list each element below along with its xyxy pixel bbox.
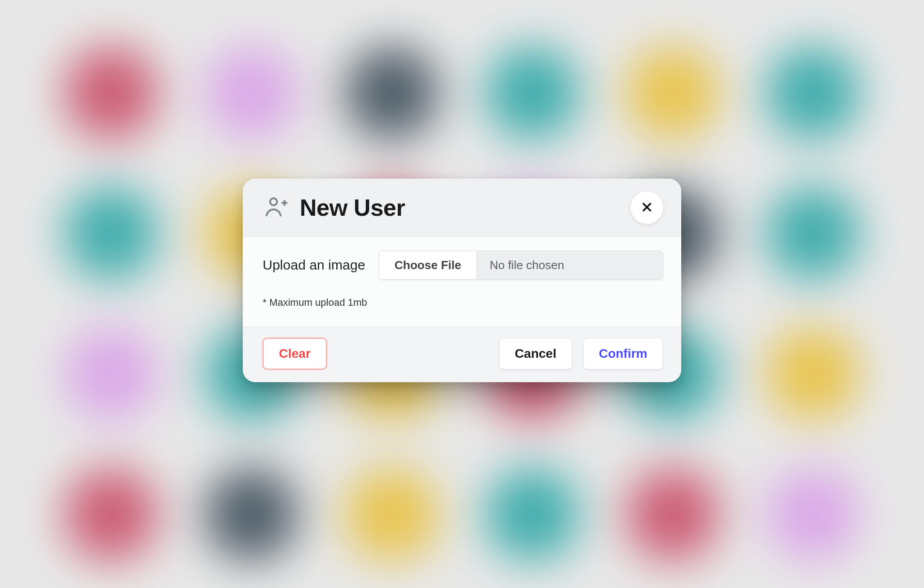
choose-file-button[interactable]: Choose File: [379, 251, 477, 279]
upload-helper-text: * Maximum upload 1mb: [263, 297, 663, 308]
modal-overlay: New User Upload an image Choose File No …: [0, 0, 924, 588]
cancel-button[interactable]: Cancel: [499, 338, 572, 370]
upload-label: Upload an image: [263, 257, 365, 273]
close-button[interactable]: [631, 191, 663, 224]
dialog-header: New User: [243, 179, 681, 237]
new-user-dialog: New User Upload an image Choose File No …: [243, 179, 681, 382]
dialog-footer: Clear Cancel Confirm: [243, 327, 681, 382]
clear-button[interactable]: Clear: [263, 338, 327, 370]
upload-row: Upload an image Choose File No file chos…: [263, 251, 663, 280]
dialog-title: New User: [300, 194, 620, 221]
dialog-body: Upload an image Choose File No file chos…: [243, 237, 681, 327]
file-picker[interactable]: Choose File No file chosen: [379, 251, 663, 280]
confirm-button[interactable]: Confirm: [583, 338, 663, 370]
close-icon: [640, 200, 654, 215]
file-status: No file chosen: [477, 251, 663, 279]
add-user-icon: [263, 194, 289, 222]
svg-point-0: [270, 198, 277, 205]
